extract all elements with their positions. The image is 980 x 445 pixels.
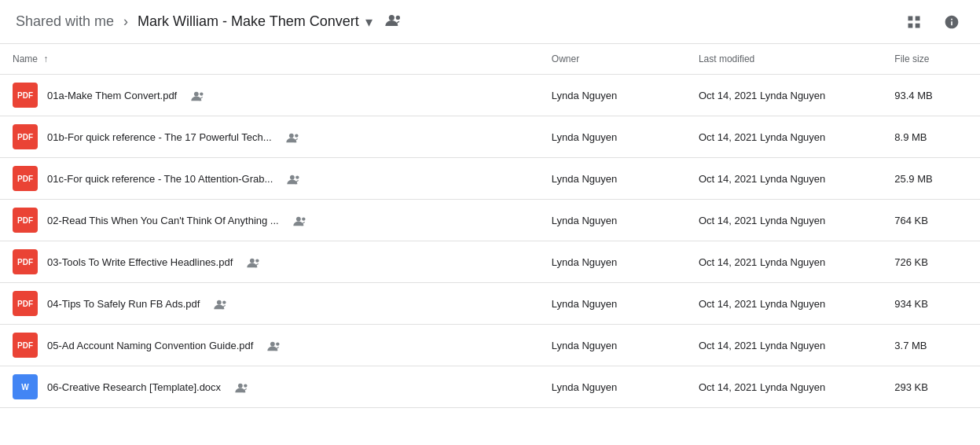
file-name-text: 02-Read This When You Can't Think Of Any… <box>47 215 279 226</box>
svg-point-13 <box>223 300 226 303</box>
file-modified: Oct 14, 2021 Lynda Nguyen <box>686 200 882 241</box>
svg-point-10 <box>250 258 255 263</box>
svg-point-17 <box>244 384 247 387</box>
file-name-cell-2: PDF01c-For quick reference - The 10 Atte… <box>0 158 539 200</box>
file-name-text: 06-Creative Research [Template].docx <box>47 381 221 393</box>
file-name-cell-0: PDF01a-Make Them Convert.pdf <box>0 75 539 116</box>
column-header-owner[interactable]: Owner <box>539 44 686 75</box>
file-modified: Oct 14, 2021 Lynda Nguyen <box>686 366 882 408</box>
pdf-icon: PDF <box>13 166 38 191</box>
file-name-text: 01a-Make Them Convert.pdf <box>47 90 177 101</box>
table-header-row: Name ↑ Owner Last modified File size <box>0 44 980 75</box>
svg-point-15 <box>277 342 280 345</box>
file-modified: Oct 14, 2021 Lynda Nguyen <box>686 283 882 325</box>
pdf-icon: PDF <box>13 249 38 274</box>
file-size: 8.9 MB <box>882 116 980 158</box>
file-owner: Lynda Nguyen <box>539 283 686 325</box>
table-row[interactable]: PDF01c-For quick reference - The 10 Atte… <box>0 158 980 200</box>
file-size: 25.9 MB <box>882 158 980 200</box>
file-modified: Oct 14, 2021 Lynda Nguyen <box>686 325 882 366</box>
shared-icon <box>286 131 300 142</box>
file-modified: Oct 14, 2021 Lynda Nguyen <box>686 75 882 116</box>
table-row[interactable]: PDF01b-For quick reference - The 17 Powe… <box>0 116 980 158</box>
header-right <box>901 9 964 35</box>
file-size: 726 KB <box>882 241 980 283</box>
breadcrumb-current: Mark William - Make Them Convert <box>138 13 359 30</box>
table-row[interactable]: PDF03-Tools To Write Effective Headlines… <box>0 241 980 283</box>
file-owner: Lynda Nguyen <box>539 366 686 408</box>
file-owner: Lynda Nguyen <box>539 116 686 158</box>
shared-icon <box>267 339 281 351</box>
table-row[interactable]: PDF01a-Make Them Convert.pdf Lynda Nguye… <box>0 75 980 116</box>
file-size: 93.4 MB <box>882 75 980 116</box>
svg-point-1 <box>395 16 399 20</box>
file-owner: Lynda Nguyen <box>539 325 686 366</box>
file-size: 293 KB <box>882 366 980 408</box>
file-owner: Lynda Nguyen <box>539 241 686 283</box>
svg-point-7 <box>296 175 299 178</box>
table-row[interactable]: W06-Creative Research [Template].docx Ly… <box>0 366 980 408</box>
file-table: Name ↑ Owner Last modified File size PDF… <box>0 44 980 408</box>
pdf-icon: PDF <box>13 83 38 108</box>
file-name-cell-1: PDF01b-For quick reference - The 17 Powe… <box>0 116 539 158</box>
pdf-icon: PDF <box>13 291 38 316</box>
people-icon[interactable] <box>385 13 402 31</box>
svg-point-4 <box>289 133 294 138</box>
info-icon[interactable] <box>939 9 964 35</box>
grid-view-icon[interactable] <box>901 9 927 35</box>
table-row[interactable]: PDF05-Ad Account Naming Convention Guide… <box>0 325 980 366</box>
pdf-icon: PDF <box>13 333 38 358</box>
file-owner: Lynda Nguyen <box>539 75 686 116</box>
file-modified: Oct 14, 2021 Lynda Nguyen <box>686 241 882 283</box>
file-owner: Lynda Nguyen <box>539 158 686 200</box>
file-name-cell-4: PDF03-Tools To Write Effective Headlines… <box>0 241 539 283</box>
shared-icon <box>214 297 228 309</box>
svg-point-6 <box>290 175 295 179</box>
file-name-cell-3: PDF02-Read This When You Can't Think Of … <box>0 200 539 241</box>
file-modified: Oct 14, 2021 Lynda Nguyen <box>686 158 882 200</box>
file-size: 3.7 MB <box>882 325 980 366</box>
svg-point-8 <box>296 216 301 221</box>
dropdown-icon[interactable]: ▾ <box>365 13 373 31</box>
pdf-icon: PDF <box>13 208 38 233</box>
file-size: 934 KB <box>882 283 980 325</box>
docx-icon: W <box>13 374 38 399</box>
shared-icon <box>191 89 205 101</box>
column-header-modified[interactable]: Last modified <box>686 44 882 75</box>
shared-icon <box>293 214 307 226</box>
table-row[interactable]: PDF02-Read This When You Can't Think Of … <box>0 200 980 241</box>
shared-icon <box>247 256 261 267</box>
svg-point-16 <box>238 383 243 388</box>
file-name-text: 05-Ad Account Naming Convention Guide.pd… <box>47 340 253 351</box>
sort-arrow: ↑ <box>43 53 48 64</box>
file-name-text: 01b-For quick reference - The 17 Powerfu… <box>47 131 272 143</box>
header-left: Shared with me › Mark William - Make The… <box>16 13 402 31</box>
svg-point-14 <box>270 341 275 346</box>
shared-icon <box>287 172 301 184</box>
svg-point-11 <box>255 259 259 262</box>
file-size: 764 KB <box>882 200 980 241</box>
svg-point-2 <box>194 91 199 96</box>
column-header-size[interactable]: File size <box>882 44 980 75</box>
header: Shared with me › Mark William - Make The… <box>0 0 980 44</box>
file-name-cell-5: PDF04-Tips To Safely Run FB Ads.pdf <box>0 283 539 325</box>
svg-point-5 <box>295 134 298 137</box>
svg-point-0 <box>389 15 395 20</box>
file-name-text: 03-Tools To Write Effective Headlines.pd… <box>47 256 233 268</box>
pdf-icon: PDF <box>13 124 38 149</box>
svg-point-3 <box>200 92 203 95</box>
file-modified: Oct 14, 2021 Lynda Nguyen <box>686 116 882 158</box>
file-name-text: 04-Tips To Safely Run FB Ads.pdf <box>47 298 200 310</box>
breadcrumb-separator: › <box>123 13 128 30</box>
file-name-cell-6: PDF05-Ad Account Naming Convention Guide… <box>0 325 539 366</box>
breadcrumb-shared[interactable]: Shared with me <box>16 13 114 30</box>
file-name-cell-7: W06-Creative Research [Template].docx <box>0 366 539 408</box>
column-header-name[interactable]: Name ↑ <box>0 44 539 75</box>
svg-point-9 <box>302 217 305 220</box>
file-owner: Lynda Nguyen <box>539 200 686 241</box>
file-name-text: 01c-For quick reference - The 10 Attenti… <box>47 173 273 185</box>
table-row[interactable]: PDF04-Tips To Safely Run FB Ads.pdf Lynd… <box>0 283 980 325</box>
svg-point-12 <box>217 300 222 304</box>
shared-icon <box>235 381 249 392</box>
